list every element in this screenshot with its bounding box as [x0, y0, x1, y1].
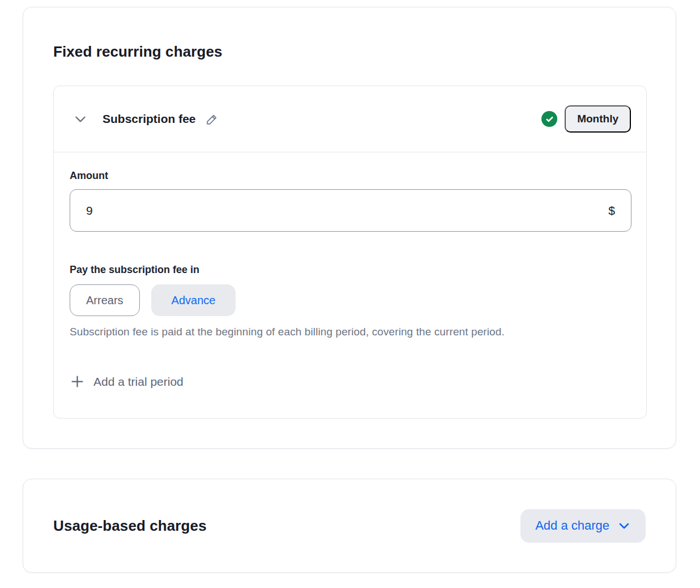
- subscription-fee-charge-card: Subscription fee Mont: [53, 86, 647, 419]
- billing-interval-badge[interactable]: Monthly: [565, 105, 631, 133]
- add-charge-label: Add a charge: [535, 518, 609, 533]
- currency-symbol: $: [608, 204, 615, 218]
- collapse-charge-button[interactable]: [73, 112, 88, 126]
- pay-in-block: Pay the subscription fee in Arrears Adva…: [70, 264, 630, 338]
- charge-name: Subscription fee: [103, 112, 196, 126]
- add-charge-button[interactable]: Add a charge: [520, 509, 646, 543]
- fixed-recurring-charges-title: Fixed recurring charges: [53, 43, 646, 61]
- add-trial-period-label: Add a trial period: [93, 375, 183, 389]
- charge-body: Amount $ Pay the subscription fee in Arr…: [54, 152, 646, 389]
- charge-header-right: Monthly: [541, 105, 631, 133]
- pay-in-help-text: Subscription fee is paid at the beginnin…: [70, 326, 630, 338]
- chevron-down-icon: [73, 112, 88, 126]
- usage-based-charges-card: Usage-based charges Add a charge: [23, 479, 676, 573]
- add-trial-period-button[interactable]: Add a trial period: [70, 374, 183, 389]
- plus-icon: [70, 374, 85, 389]
- pay-in-option-arrears[interactable]: Arrears: [70, 284, 140, 316]
- amount-field-wrap: $: [70, 189, 631, 232]
- amount-label: Amount: [70, 170, 630, 182]
- pencil-icon: [205, 112, 219, 126]
- amount-input[interactable]: [86, 204, 608, 218]
- pricing-editor-page: Fixed recurring charges Subscription fee: [0, 0, 700, 588]
- pay-in-label: Pay the subscription fee in: [70, 264, 630, 276]
- pay-in-toggle-group: Arrears Advance: [70, 284, 630, 316]
- charge-header: Subscription fee Mont: [54, 86, 646, 152]
- check-circle-icon: [541, 111, 557, 127]
- fixed-recurring-charges-card: Fixed recurring charges Subscription fee: [23, 7, 676, 449]
- pay-in-option-advance[interactable]: Advance: [151, 284, 236, 316]
- edit-charge-name-button[interactable]: [205, 112, 219, 126]
- chevron-down-icon: [617, 519, 631, 532]
- usage-based-charges-title: Usage-based charges: [53, 517, 207, 535]
